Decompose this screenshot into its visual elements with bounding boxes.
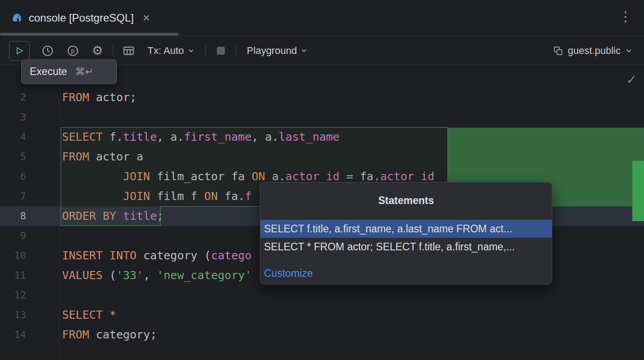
code-text: INSERT INTO category (catego xyxy=(26,246,251,266)
code-line[interactable]: 2FROM actor; xyxy=(0,88,644,107)
code-text: FROM actor; xyxy=(26,88,137,107)
toolbar-separator xyxy=(113,45,113,57)
code-text: FROM actor a xyxy=(26,147,143,167)
code-text xyxy=(26,107,62,127)
tab-bar: console [PostgreSQL] × ⋮ xyxy=(0,0,644,36)
line-number: 4 xyxy=(0,127,26,147)
schema-label: guest.public xyxy=(568,45,621,57)
toolbar-separator xyxy=(206,45,206,57)
line-number: 12 xyxy=(0,285,26,305)
inspections-ok-check-icon[interactable]: ✓ xyxy=(626,74,637,86)
line-number: 5 xyxy=(0,147,26,167)
tab-title: console [PostgreSQL] xyxy=(29,12,134,24)
line-number: 7 xyxy=(0,187,26,206)
statements-popup: Statements SELECT f.title, a.first_name,… xyxy=(260,182,552,284)
line-number: 2 xyxy=(0,88,26,107)
chevron-down-icon xyxy=(300,47,308,54)
history-clock-icon[interactable] xyxy=(41,44,54,57)
line-number: 3 xyxy=(0,107,26,127)
code-text: VALUES ('33', 'new_category' xyxy=(26,266,251,285)
chevron-down-icon xyxy=(625,47,632,54)
playground-label: Playground xyxy=(247,45,297,57)
code-text xyxy=(26,226,62,246)
more-options-kebab-icon[interactable]: ⋮ xyxy=(619,10,632,23)
tooltip-shortcut: ⌘↵ xyxy=(75,66,93,78)
code-text: SELECT * xyxy=(26,305,116,325)
code-text: SELECT f.title, a.first_name, a.last_nam… xyxy=(26,127,340,147)
statements-popup-title: Statements xyxy=(260,192,552,209)
chevron-down-icon xyxy=(188,47,195,54)
line-number: 9 xyxy=(0,226,26,246)
line-number: 13 xyxy=(0,305,26,325)
tab-close-icon[interactable]: × xyxy=(143,12,150,24)
playground-dropdown[interactable]: Playground xyxy=(247,45,308,57)
toolbar-separator xyxy=(236,45,236,57)
execute-tooltip: Execute ⌘↵ xyxy=(21,59,117,84)
code-text: JOIN film f ON fa.f xyxy=(26,187,252,206)
code-text: FROM category; xyxy=(26,325,157,345)
scrollbar-selection-marker[interactable] xyxy=(632,161,644,221)
code-text: ORDER BY title; xyxy=(26,206,164,226)
line-number: 11 xyxy=(0,266,26,285)
tab-console-postgresql[interactable]: console [PostgreSQL] × xyxy=(11,0,150,36)
schema-switcher[interactable]: guest.public xyxy=(553,45,644,57)
result-table-icon[interactable] xyxy=(122,44,135,57)
code-line[interactable]: 3 xyxy=(0,107,644,127)
line-number: 14 xyxy=(0,325,26,345)
line-number: 6 xyxy=(0,167,26,187)
tx-mode-dropdown[interactable]: Tx: Auto xyxy=(148,45,195,57)
code-line[interactable]: 14FROM category; xyxy=(0,325,644,345)
line-number: 10 xyxy=(0,246,26,266)
stop-icon[interactable] xyxy=(217,47,225,55)
statement-item[interactable]: SELECT * FROM actor; SELECT f.title, a.f… xyxy=(260,238,552,256)
tooltip-label: Execute xyxy=(30,66,67,78)
svg-text:p: p xyxy=(71,47,75,54)
customize-link[interactable]: Customize xyxy=(260,266,552,281)
execute-button[interactable] xyxy=(9,41,30,61)
schema-icon xyxy=(553,45,564,56)
tab-scrollbar-thumb[interactable] xyxy=(0,33,179,36)
line-number: 8 xyxy=(0,206,26,226)
code-line[interactable]: 12 xyxy=(0,285,644,305)
play-icon xyxy=(14,46,24,56)
tx-mode-label: Tx: Auto xyxy=(148,45,184,57)
postgresql-elephant-icon xyxy=(11,12,22,24)
code-text xyxy=(26,285,62,305)
code-line[interactable]: 13SELECT * xyxy=(0,305,644,325)
execution-plan-icon[interactable]: p xyxy=(67,44,79,57)
settings-gear-icon[interactable]: ⚙ xyxy=(92,44,103,57)
statement-item[interactable]: SELECT f.title, a.first_name, a.last_nam… xyxy=(260,220,552,238)
datagrip-console-window: console [PostgreSQL] × ⋮ p xyxy=(0,0,644,360)
statements-list: SELECT f.title, a.first_name, a.last_nam… xyxy=(260,220,552,256)
